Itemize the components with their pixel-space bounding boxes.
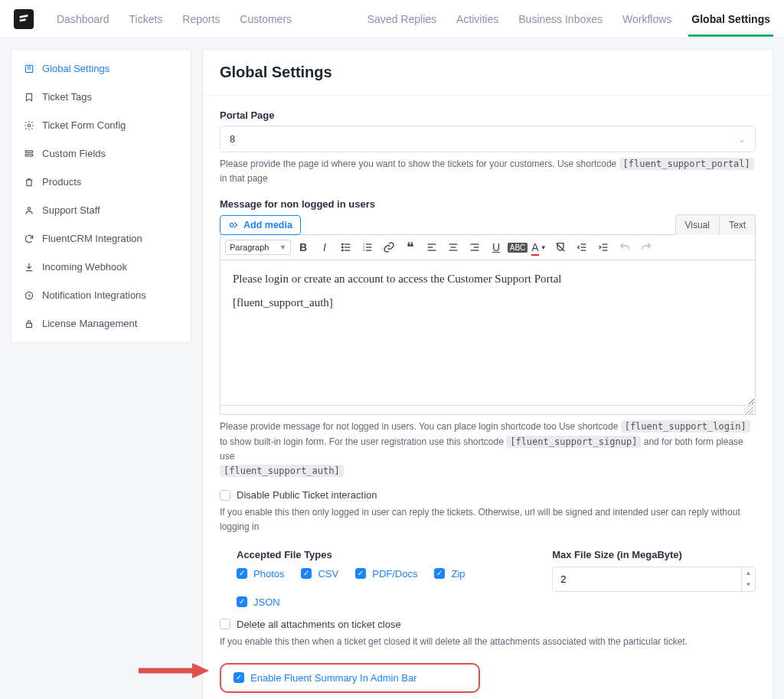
nav-activities[interactable]: Activities <box>456 13 498 25</box>
svg-point-10 <box>341 244 343 246</box>
sidebar-item-ticket-tags[interactable]: Ticket Tags <box>11 83 191 111</box>
clear-formatting-button[interactable] <box>551 238 570 256</box>
maxsize-input[interactable] <box>553 567 741 591</box>
sidebar-item-support-staff[interactable]: Support Staff <box>11 196 191 224</box>
add-media-button[interactable]: Add media <box>220 215 301 235</box>
sidebar-item-products[interactable]: Products <box>11 168 191 196</box>
editor-label: Message for non logged in users <box>220 198 756 210</box>
checkbox-icon <box>234 672 244 683</box>
svg-rect-8 <box>27 323 32 327</box>
nav-tickets[interactable]: Tickets <box>129 13 163 25</box>
filetype-zip[interactable]: Zip <box>434 568 465 580</box>
bell-icon <box>24 290 34 301</box>
checkbox-icon <box>434 568 445 579</box>
nav-dashboard[interactable]: Dashboard <box>57 13 109 25</box>
sidebar-item-notifications[interactable]: Notification Integrations <box>11 281 191 309</box>
media-icon <box>228 220 239 230</box>
top-navbar: Dashboard Tickets Reports Customers Save… <box>0 0 784 38</box>
app-logo[interactable] <box>14 9 34 29</box>
refresh-icon <box>24 234 34 244</box>
svg-text:3: 3 <box>363 249 365 253</box>
sliders-icon <box>24 64 34 74</box>
checkbox-icon <box>237 568 247 579</box>
checkbox-icon <box>301 568 312 579</box>
sidebar-item-label: Notification Integrations <box>42 289 146 301</box>
numbered-list-button[interactable]: 123 <box>358 238 377 256</box>
person-icon <box>24 205 34 216</box>
file-types-title: Accepted File Types <box>237 549 521 560</box>
nav-workflows[interactable]: Workflows <box>622 13 671 25</box>
delete-attachments-checkbox[interactable]: Delete all attachments on ticket close <box>220 619 756 630</box>
align-center-button[interactable] <box>444 238 462 256</box>
svg-marker-39 <box>192 663 209 678</box>
align-right-button[interactable] <box>466 238 484 256</box>
nav-saved-replies[interactable]: Saved Replies <box>368 13 436 25</box>
nav-business-inboxes[interactable]: Business Inboxes <box>518 13 603 25</box>
strikethrough-button[interactable]: ABC <box>508 238 527 256</box>
quote-button[interactable]: ❝ <box>401 238 420 256</box>
disable-public-checkbox[interactable]: Disable Public Ticket interaction <box>220 489 756 501</box>
italic-button[interactable]: I <box>315 238 334 256</box>
stepper-down-icon[interactable]: ▼ <box>742 579 755 591</box>
sidebar-item-custom-fields[interactable]: Custom Fields <box>11 139 191 168</box>
disable-public-label: Disable Public Ticket interaction <box>237 489 377 501</box>
nav-global-settings[interactable]: Global Settings <box>691 13 770 25</box>
indent-button[interactable] <box>594 238 612 256</box>
editor-help: Please provide message for not logged in… <box>220 420 756 479</box>
editor-content[interactable]: Please login or create an account to acc… <box>220 260 756 406</box>
resize-grip-icon <box>744 406 753 415</box>
checkbox-icon <box>220 490 230 501</box>
sidebar-item-license[interactable]: License Management <box>11 309 191 338</box>
nav-right: Saved Replies Activities Business Inboxe… <box>368 13 770 25</box>
chevron-down-icon: ⌄ <box>738 134 746 145</box>
text-color-button[interactable]: A▼ <box>530 238 548 256</box>
sidebar-item-fluentcrm[interactable]: FluentCRM Integration <box>11 224 191 253</box>
sidebar-item-label: FluentCRM Integration <box>42 233 142 244</box>
nav-customers[interactable]: Customers <box>240 13 292 25</box>
portal-page-select[interactable]: 8 ⌄ <box>220 126 756 152</box>
filetype-csv[interactable]: CSV <box>301 568 338 580</box>
sidebar-item-ticket-form-config[interactable]: Ticket Form Config <box>11 111 191 139</box>
svg-point-6 <box>28 207 31 210</box>
checkbox-icon <box>220 619 230 629</box>
portal-page-value: 8 <box>230 133 235 145</box>
editor-tab-visual[interactable]: Visual <box>675 214 720 235</box>
enable-summary-checkbox[interactable]: Enable Fluent Summary In Admin Bar <box>234 672 417 684</box>
stepper-up-icon[interactable]: ▲ <box>742 567 755 580</box>
sidebar-item-label: Support Staff <box>42 204 100 216</box>
editor-tab-text[interactable]: Text <box>720 214 756 235</box>
sidebar-item-label: Products <box>42 176 81 188</box>
bold-button[interactable]: B <box>294 238 312 256</box>
enable-summary-callout: Enable Fluent Summary In Admin Bar <box>220 663 480 693</box>
nav-reports[interactable]: Reports <box>182 13 220 25</box>
toolbar-paragraph-select[interactable]: Paragraph▼ <box>225 240 291 255</box>
svg-point-9 <box>230 224 234 227</box>
underline-button[interactable]: U <box>487 238 505 256</box>
svg-point-14 <box>341 250 343 252</box>
number-spinner: ▲ ▼ <box>741 567 755 591</box>
align-left-button[interactable] <box>423 238 441 256</box>
sidebar-item-label: Incoming Webhook <box>42 261 127 273</box>
filetype-pdf[interactable]: PDF/Docs <box>355 568 417 580</box>
portal-page-help: Please provide the page id where you wan… <box>220 157 756 186</box>
delete-attachments-label: Delete all attachments on ticket close <box>237 619 401 630</box>
sidebar-item-global-settings[interactable]: Global Settings <box>11 54 191 83</box>
page-title: Global Settings <box>220 64 756 81</box>
sidebar-item-webhook[interactable]: Incoming Webhook <box>11 253 191 281</box>
bullet-list-button[interactable] <box>337 238 355 256</box>
disable-public-help: If you enable this then only logged in u… <box>220 505 756 534</box>
portal-shortcode: [fluent_support_portal] <box>619 158 754 170</box>
filetype-json[interactable]: JSON <box>237 596 280 608</box>
redo-button[interactable] <box>637 238 655 256</box>
editor-resize-handle[interactable] <box>220 406 756 415</box>
bag-icon <box>24 177 34 188</box>
undo-button[interactable] <box>616 238 634 256</box>
sidebar-item-label: Global Settings <box>42 63 109 74</box>
link-button[interactable] <box>380 238 398 256</box>
filetype-photos[interactable]: Photos <box>237 568 284 580</box>
portal-page-label: Portal Page <box>220 109 756 121</box>
outdent-button[interactable] <box>573 238 591 256</box>
lock-icon <box>24 318 34 329</box>
maxsize-label: Max File Size (in MegaByte) <box>552 549 756 560</box>
nav-left: Dashboard Tickets Reports Customers <box>57 13 292 25</box>
